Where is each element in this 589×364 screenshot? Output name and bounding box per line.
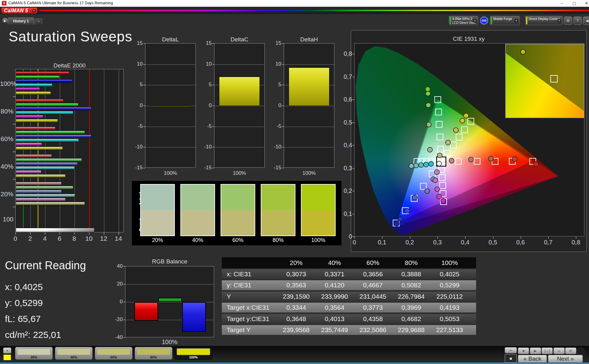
patch-swatch bbox=[97, 348, 130, 355]
deltaC-gridline bbox=[214, 147, 264, 148]
deltaC-y-label: 15 bbox=[198, 40, 212, 46]
patch-button-80%[interactable]: 80% bbox=[135, 347, 172, 360]
settings-button[interactable]: ⚙ bbox=[564, 17, 572, 25]
deltaC-y-tick bbox=[212, 85, 214, 85]
cie-measured-circle-cyan bbox=[429, 161, 433, 166]
table-row-label: Y bbox=[222, 292, 277, 301]
patch-list-up-button[interactable]: ▲ bbox=[3, 347, 11, 354]
stop-large-button[interactable]: ■ bbox=[505, 354, 517, 363]
deltaC-bar bbox=[219, 77, 260, 106]
meter-dropdown[interactable]: X-Rite i1Pro 2LCD Direct View ▼ bbox=[449, 16, 478, 25]
source-dropdown[interactable]: Mobile Forge ▼ bbox=[490, 16, 520, 25]
table-cell: 229,9688 bbox=[392, 325, 430, 335]
table-row-label: Target y:CIE31 bbox=[222, 314, 277, 324]
transport-up-button[interactable]: ▲ bbox=[505, 347, 517, 353]
table-header-cell: 40% bbox=[315, 257, 354, 268]
cie-y-label: 0,1 bbox=[337, 210, 352, 217]
maximize-button[interactable]: ▢ bbox=[568, 0, 580, 7]
current-reading-line: cd/m²: 225,01 bbox=[5, 330, 61, 340]
meter-dropdown-icon[interactable]: ▼ bbox=[473, 19, 477, 23]
deltaH-y-tick bbox=[282, 43, 284, 44]
minimize-button[interactable]: – bbox=[556, 0, 568, 7]
cie-y-tick bbox=[352, 236, 354, 237]
patch-label: 40% bbox=[55, 355, 92, 359]
display-control-dropdown[interactable]: Direct Display Control ▼ bbox=[525, 16, 563, 25]
deltaH-y-label: 0 bbox=[268, 102, 281, 109]
cie-x-tick bbox=[465, 237, 466, 239]
table-cell: 0,4025 bbox=[430, 269, 469, 279]
deltae-bar bbox=[16, 139, 79, 142]
swatch-target bbox=[261, 210, 295, 236]
cie-y-label: 0,8 bbox=[337, 50, 352, 57]
session-play-icon[interactable]: ▶ bbox=[2, 17, 8, 24]
deltae-x-tick bbox=[118, 232, 119, 235]
deltaC-gridline bbox=[214, 106, 264, 106]
deltae-title: DeltaE 2000 bbox=[28, 62, 111, 69]
deltae-bar bbox=[16, 131, 85, 134]
deltaH-gridline bbox=[284, 127, 334, 127]
tab-history-1[interactable]: History 1 bbox=[8, 17, 34, 25]
table-row: Target Y239,9568235,7449232,5086229,9688… bbox=[222, 325, 476, 335]
deltae-group-label: 100 bbox=[0, 216, 13, 223]
table-row: Target y:CIE310,36480,40130,43580,46820,… bbox=[222, 314, 476, 324]
status-circle bbox=[577, 347, 585, 355]
display-control-dropdown-icon[interactable]: ▼ bbox=[557, 19, 561, 23]
patch-button-100%[interactable]: 100% bbox=[175, 347, 212, 360]
table-row: y: CIE310,35630,41200,46670,50820,5299 bbox=[222, 280, 476, 290]
rgb-balance-title: RGB Balance bbox=[125, 258, 214, 265]
deltae-group-tick bbox=[13, 179, 15, 180]
source-dropdown-icon[interactable]: ▼ bbox=[514, 19, 518, 23]
deltae-x-label: 8 bbox=[68, 235, 80, 242]
close-button[interactable]: ✕ bbox=[580, 0, 589, 7]
patch-button-20%[interactable]: 20% bbox=[15, 347, 53, 360]
next-button[interactable]: Next » bbox=[548, 355, 583, 363]
deltae-group-label: 80% bbox=[0, 108, 13, 115]
cie-y-tick bbox=[352, 54, 354, 54]
calman-window: 5 CalMAN 5 CalMAN Ultimate for Business … bbox=[0, 0, 589, 364]
meter-label: X-Rite i1Pro 2LCD Direct View bbox=[452, 17, 476, 25]
cie-measured-circle-magenta bbox=[433, 178, 438, 183]
add-tab-button[interactable]: + bbox=[35, 18, 42, 25]
deltae-group-tick bbox=[13, 124, 15, 125]
patch-swatch bbox=[57, 348, 90, 355]
deltaH-title: DeltaH bbox=[278, 36, 341, 43]
back-button[interactable]: « Back bbox=[518, 355, 547, 363]
deltae-bar bbox=[16, 158, 82, 162]
help-button[interactable]: ? bbox=[573, 17, 582, 25]
cie-y-tick bbox=[352, 99, 354, 100]
swatch-label: 100% bbox=[301, 237, 336, 243]
table-cell: 0,4193 bbox=[430, 303, 469, 312]
swatch-actual bbox=[302, 185, 335, 210]
deltaC-y-tick bbox=[212, 126, 214, 127]
transport-stop-button[interactable]: ■ bbox=[518, 347, 529, 354]
deltaL-y-tick bbox=[143, 105, 145, 106]
patch-button-60%[interactable]: 60% bbox=[95, 347, 133, 360]
transport-play-button[interactable]: ▶ bbox=[530, 347, 541, 354]
logo-dropdown-icon[interactable]: ▼ bbox=[32, 9, 36, 13]
cie-x-tick bbox=[576, 237, 576, 239]
cie-x-tick bbox=[410, 237, 410, 239]
calman-logo[interactable]: CalMAN 5▼ bbox=[1, 7, 37, 14]
swatch-actual bbox=[141, 185, 174, 210]
cie-x-tick bbox=[548, 237, 549, 239]
table-cell: 0,3564 bbox=[315, 303, 354, 312]
deltaH-y-tick bbox=[282, 105, 284, 106]
table-row: x: CIE310,30730,33710,36560,38880,4025 bbox=[222, 269, 476, 279]
collapse-button[interactable]: ◀ bbox=[583, 17, 589, 25]
patch-button-40%[interactable]: 40% bbox=[55, 347, 93, 360]
cie-x-tick bbox=[382, 237, 383, 239]
transport-refresh-button[interactable]: ⟳ bbox=[565, 347, 576, 354]
deltae-bar bbox=[16, 162, 78, 166]
current-reading-line: y: 0,5299 bbox=[5, 298, 43, 308]
cie-y-tick bbox=[352, 214, 354, 214]
deltae-x-label: 2 bbox=[24, 235, 36, 242]
patch-swatch bbox=[177, 348, 210, 355]
deltae-gridline bbox=[104, 69, 104, 232]
transport-continuous-button[interactable]: ∞ bbox=[553, 347, 565, 354]
transport-read-button[interactable]: [↔] bbox=[541, 347, 553, 354]
table-cell: 235,7449 bbox=[315, 325, 354, 335]
cie-y-label: 0 bbox=[337, 233, 352, 240]
deltaC-title: DeltaC bbox=[208, 36, 271, 43]
cie-target-square-blue bbox=[420, 183, 426, 189]
rgb-gridline bbox=[125, 284, 214, 285]
